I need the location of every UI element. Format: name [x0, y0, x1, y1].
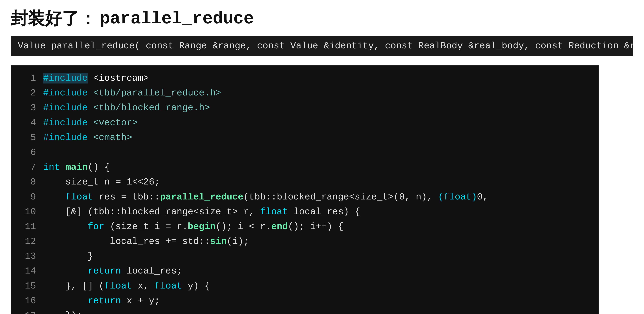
signature-text: Value parallel_reduce( const Range &rang… [18, 41, 633, 51]
code-line-1: 1 #include <iostream> [22, 71, 588, 86]
code-content-1: #include <iostream> [43, 71, 149, 86]
line-num-4: 4 [22, 115, 36, 130]
code-line-2: 2 #include <tbb/parallel_reduce.h> [22, 86, 588, 100]
line-num-15: 15 [22, 279, 36, 293]
code-line-17: 17 }); [22, 308, 588, 314]
line-num-13: 13 [22, 249, 36, 264]
code-line-10: 10 [&] (tbb::blocked_range<size_t> r, fl… [22, 204, 588, 219]
title-chinese: 封装好了： [11, 7, 96, 30]
line-num-9: 9 [22, 190, 36, 204]
code-line-3: 3 #include <tbb/blocked_range.h> [22, 100, 588, 115]
code-content-16: return x + y; [43, 293, 160, 308]
code-line-8: 8 size_t n = 1<<26; [22, 175, 588, 189]
code-content-10: [&] (tbb::blocked_range<size_t> r, float… [43, 204, 360, 219]
code-line-6: 6 [22, 145, 588, 160]
code-content-4: #include <vector> [43, 115, 138, 130]
code-line-9: 9 float res = tbb::parallel_reduce(tbb::… [22, 190, 588, 204]
code-line-15: 15 }, [] (float x, float y) { [22, 279, 588, 293]
line-num-2: 2 [22, 86, 36, 100]
line-num-12: 12 [22, 234, 36, 249]
code-line-12: 12 local_res += std::sin(i); [22, 234, 588, 249]
code-line-11: 11 for (size_t i = r.begin(); i < r.end(… [22, 219, 588, 234]
code-line-5: 5 #include <cmath> [22, 130, 588, 145]
code-content-3: #include <tbb/blocked_range.h> [43, 100, 210, 115]
line-num-11: 11 [22, 219, 36, 234]
line-num-5: 5 [22, 130, 36, 145]
code-content-17: }); [43, 308, 82, 314]
code-line-14: 14 return local_res; [22, 264, 588, 278]
line-num-7: 7 [22, 160, 36, 175]
code-line-16: 16 return x + y; [22, 293, 588, 308]
code-content-9: float res = tbb::parallel_reduce(tbb::bl… [43, 190, 488, 204]
code-content-7: int main() { [43, 160, 110, 175]
line-num-17: 17 [22, 308, 36, 314]
line-num-8: 8 [22, 175, 36, 189]
code-container: 1 #include <iostream> 2 #include <tbb/pa… [11, 65, 599, 314]
line-num-3: 3 [22, 100, 36, 115]
line-num-14: 14 [22, 264, 36, 278]
code-line-4: 4 #include <vector> [22, 115, 588, 130]
line-num-10: 10 [22, 204, 36, 219]
code-content-5: #include <cmath> [43, 130, 132, 145]
line-num-6: 6 [22, 145, 36, 160]
code-content-13: } [43, 249, 93, 264]
code-content-14: return local_res; [43, 264, 182, 278]
title-code: parallel_reduce [100, 9, 254, 29]
code-line-13: 13 } [22, 249, 588, 264]
code-content-12: local_res += std::sin(i); [43, 234, 249, 249]
code-content-8: size_t n = 1<<26; [43, 175, 160, 189]
code-content-15: }, [] (float x, float y) { [43, 279, 210, 293]
line-num-16: 16 [22, 293, 36, 308]
line-num-1: 1 [22, 71, 36, 86]
code-content-11: for (size_t i = r.begin(); i < r.end(); … [43, 219, 344, 234]
code-line-7: 7 int main() { [22, 160, 588, 175]
code-content-2: #include <tbb/parallel_reduce.h> [43, 86, 221, 100]
page-title: 封装好了： parallel_reduce [11, 7, 633, 30]
signature-bar: Value parallel_reduce( const Range &rang… [11, 36, 633, 56]
code-content-6 [43, 145, 49, 160]
